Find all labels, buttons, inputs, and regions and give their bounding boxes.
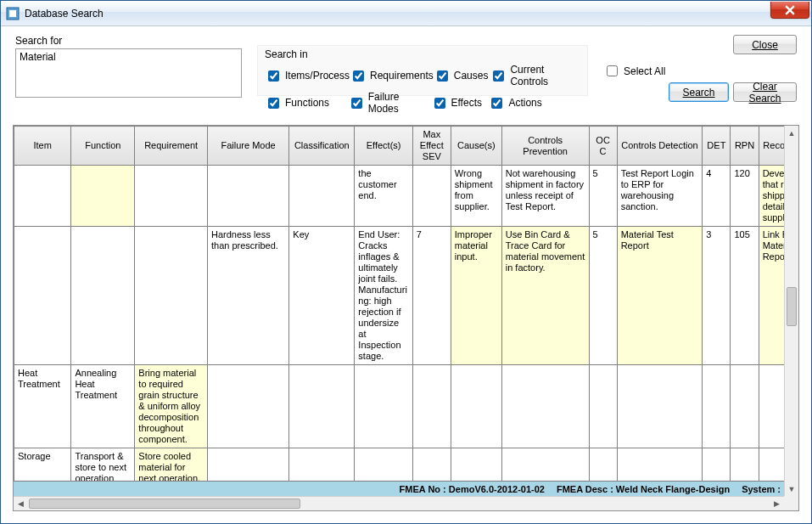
cell-classification[interactable] xyxy=(289,365,355,448)
cb-causes[interactable]: Causes xyxy=(434,64,490,87)
cell-sev[interactable]: 7 xyxy=(412,227,451,365)
scroll-left-icon[interactable]: ◀ xyxy=(14,497,28,510)
col-det[interactable]: DET xyxy=(703,127,731,166)
window-title: Database Search xyxy=(25,8,104,20)
col-sev[interactable]: Max Effect SEV xyxy=(412,127,451,166)
search-for-label: Search for xyxy=(15,35,62,47)
cell-item[interactable]: Heat Treatment xyxy=(14,365,71,448)
cell-item[interactable] xyxy=(14,166,71,227)
cell-sev[interactable] xyxy=(412,166,451,227)
cb-functions[interactable]: Functions xyxy=(265,91,348,115)
cell-function[interactable] xyxy=(71,227,135,365)
content-area: Search for Search in Items/Process Requi… xyxy=(1,26,811,523)
col-failure-mode[interactable]: Failure Mode xyxy=(207,127,288,166)
scroll-down-icon[interactable]: ▼ xyxy=(785,482,798,496)
col-effects[interactable]: Effect(s) xyxy=(355,127,413,166)
cell-failure_mode[interactable]: Hardness less than prescribed. xyxy=(207,227,288,365)
cell-sev[interactable] xyxy=(412,365,451,448)
cell-actions[interactable]: Develop pro that require shipping ma det… xyxy=(759,166,784,227)
close-icon xyxy=(785,5,795,15)
titlebar: Database Search xyxy=(1,1,811,26)
cell-rpn[interactable]: 105 xyxy=(731,227,759,365)
cell-rpn[interactable]: 120 xyxy=(731,166,759,227)
col-occ[interactable]: OCC xyxy=(589,127,617,166)
cell-classification[interactable]: Key xyxy=(289,227,355,365)
cb-current-controls[interactable]: Current Controls xyxy=(490,64,580,87)
search-in-group: Search in Items/Process Requirements Cau… xyxy=(257,45,588,96)
cell-requirement[interactable] xyxy=(135,166,208,227)
close-button[interactable]: Close xyxy=(733,35,797,54)
search-button[interactable]: Search xyxy=(669,82,729,102)
cell-occ[interactable]: 5 xyxy=(589,166,617,227)
cell-classification[interactable] xyxy=(289,166,355,227)
cell-detection[interactable] xyxy=(617,365,703,448)
cell-effects[interactable]: End User: Cracks inflages & ultimately j… xyxy=(355,227,413,365)
cell-failure_mode[interactable] xyxy=(207,166,288,227)
cell-function[interactable] xyxy=(71,166,135,227)
cell-actions[interactable] xyxy=(759,365,784,448)
header-row: Item Function Requirement Failure Mode C… xyxy=(14,127,785,166)
cell-effects[interactable] xyxy=(355,365,413,448)
col-requirement[interactable]: Requirement xyxy=(135,127,208,166)
cb-select-all[interactable]: Select All xyxy=(603,63,665,79)
col-actions[interactable]: Recomm Actio xyxy=(759,127,784,166)
search-input[interactable] xyxy=(15,48,242,98)
cell-occ[interactable]: 5 xyxy=(589,227,617,365)
vertical-scrollbar[interactable]: ▲ ▼ xyxy=(784,126,798,496)
col-detection[interactable]: Controls Detection xyxy=(617,127,703,166)
col-classification[interactable]: Classification xyxy=(289,127,355,166)
summary-bar: FMEA No : DemoV6.0-2012-01-02 FMEA Desc … xyxy=(14,481,784,496)
table-row[interactable]: Hardness less than prescribed.KeyEnd Use… xyxy=(14,227,785,365)
horizontal-scrollbar[interactable]: ◀ ▶ xyxy=(14,496,784,510)
col-rpn[interactable]: RPN xyxy=(731,127,759,166)
cell-prevention[interactable]: Use Bin Card & Trace Card for material m… xyxy=(501,227,589,365)
cell-det[interactable]: 4 xyxy=(703,166,731,227)
cell-requirement[interactable]: Bring material to required grain structu… xyxy=(135,365,208,448)
search-panel: Search for Search in Items/Process Requi… xyxy=(13,35,799,121)
cb-actions[interactable]: Actions xyxy=(488,91,580,115)
table-row[interactable]: the customer end.Wrong shipment from sup… xyxy=(14,166,785,227)
search-in-label: Search in xyxy=(265,48,580,60)
cell-prevention[interactable] xyxy=(501,365,589,448)
cell-occ[interactable] xyxy=(589,365,617,448)
scroll-right-icon[interactable]: ▶ xyxy=(770,497,784,510)
cell-detection[interactable]: Test Report Login to ERP for warehousing… xyxy=(617,166,703,227)
cb-failure-modes[interactable]: Failure Modes xyxy=(348,91,431,115)
cell-det[interactable] xyxy=(703,365,731,448)
col-item[interactable]: Item xyxy=(14,127,71,166)
cb-items-process[interactable]: Items/Process xyxy=(265,64,350,87)
cell-causes[interactable]: Improper material input. xyxy=(451,227,501,365)
cell-effects[interactable]: the customer end. xyxy=(355,166,413,227)
cb-requirements[interactable]: Requirements xyxy=(350,64,434,87)
database-search-window: Database Search Search for Search in Ite… xyxy=(0,0,812,524)
col-prevention[interactable]: Controls Prevention xyxy=(501,127,589,166)
cell-failure_mode[interactable] xyxy=(207,365,288,448)
col-function[interactable]: Function xyxy=(71,127,135,166)
results-table: Item Function Requirement Failure Mode C… xyxy=(14,126,784,487)
clear-search-button[interactable]: Clear Search xyxy=(733,82,797,102)
app-icon xyxy=(6,7,20,20)
cell-causes[interactable]: Wrong shipment from supplier. xyxy=(451,166,501,227)
cell-rpn[interactable] xyxy=(731,365,759,448)
cell-prevention[interactable]: Not warehousing shipment in factory unle… xyxy=(501,166,589,227)
cell-function[interactable]: Annealing Heat Treatment xyxy=(71,365,135,448)
scroll-corner xyxy=(784,496,798,510)
table-row[interactable]: Heat TreatmentAnnealing Heat TreatmentBr… xyxy=(14,365,785,448)
cell-requirement[interactable] xyxy=(135,227,208,365)
cb-effects[interactable]: Effects xyxy=(431,91,489,115)
cell-causes[interactable] xyxy=(451,365,501,448)
vscroll-thumb[interactable] xyxy=(787,287,797,326)
grid-viewport[interactable]: Item Function Requirement Failure Mode C… xyxy=(14,126,784,496)
window-close-button[interactable] xyxy=(770,2,809,19)
hscroll-thumb[interactable] xyxy=(29,499,300,509)
cell-detection[interactable]: Material Test Report xyxy=(617,227,703,365)
cell-det[interactable]: 3 xyxy=(703,227,731,365)
cell-actions[interactable]: Link Bin Car Material Te Report. xyxy=(759,227,784,365)
svg-rect-1 xyxy=(9,10,16,17)
results-grid: Item Function Requirement Failure Mode C… xyxy=(13,125,799,511)
cell-item[interactable] xyxy=(14,227,71,365)
scroll-up-icon[interactable]: ▲ xyxy=(785,126,798,140)
col-causes[interactable]: Cause(s) xyxy=(451,127,501,166)
